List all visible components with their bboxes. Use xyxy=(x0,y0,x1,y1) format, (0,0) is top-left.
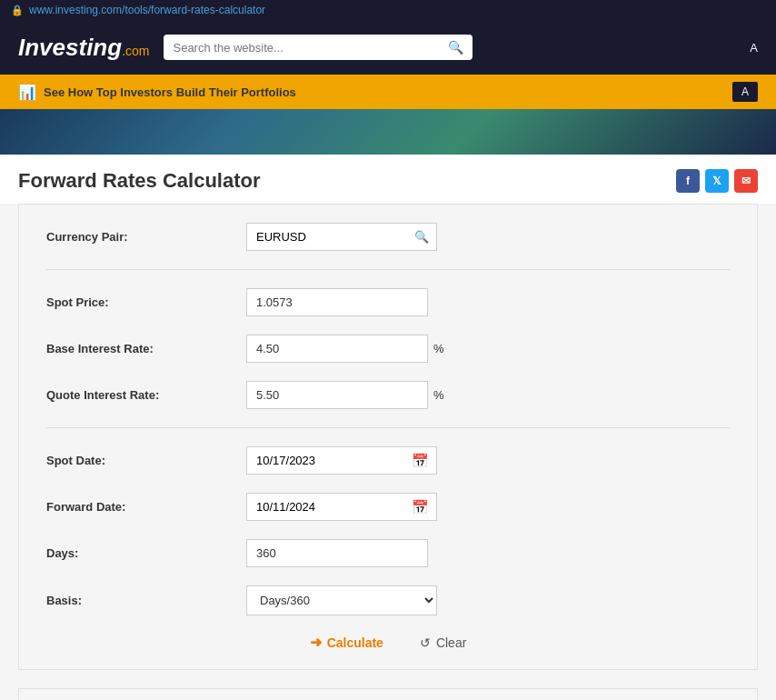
main-content: Forward Rates Calculator f 𝕏 ✉ Currency … xyxy=(0,155,776,700)
quote-interest-rate-row: Quote Interest Rate: % xyxy=(46,381,730,409)
spot-date-calendar-button[interactable]: 📅 xyxy=(404,448,436,474)
logo[interactable]: Investing.com xyxy=(18,34,149,62)
refresh-icon: ↺ xyxy=(420,635,431,650)
url-prefix: www. xyxy=(29,4,55,16)
currency-input-wrapper[interactable]: 🔍 xyxy=(246,223,437,251)
page-title: Forward Rates Calculator xyxy=(18,169,261,193)
forward-date-label: Forward Date: xyxy=(46,500,246,514)
spot-date-control: 📅 xyxy=(246,446,730,475)
clear-button[interactable]: ↺ Clear xyxy=(420,635,466,650)
basis-control: Days/360 Days/365 30/360 xyxy=(246,585,730,615)
base-interest-rate-control: % xyxy=(246,335,730,363)
url-path: /tools/forward-rates-calculator xyxy=(122,4,265,16)
spot-date-input[interactable] xyxy=(247,447,404,474)
email-share-button[interactable]: ✉ xyxy=(734,169,758,193)
base-interest-rate-label: Base Interest Rate: xyxy=(46,342,246,355)
base-percent-label: % xyxy=(433,342,444,355)
days-control xyxy=(246,539,730,567)
logo-italic: Investing xyxy=(18,34,122,61)
days-input[interactable] xyxy=(246,539,428,567)
forward-date-calendar-button[interactable]: 📅 xyxy=(404,495,436,520)
calculate-button[interactable]: ➜ Calculate xyxy=(310,634,383,651)
page-header: Forward Rates Calculator f 𝕏 ✉ xyxy=(0,155,776,204)
logo-text: Investing.com xyxy=(18,34,149,62)
clear-label: Clear xyxy=(436,635,466,650)
spot-price-control xyxy=(246,288,730,316)
browser-url-bar: 🔒 www.investing.com/tools/forward-rates-… xyxy=(0,0,776,20)
currency-pair-label: Currency Pair: xyxy=(46,230,246,244)
currency-pair-input[interactable] xyxy=(247,224,407,250)
chart-icon: 📊 xyxy=(18,84,36,101)
quote-percent-label: % xyxy=(433,388,444,402)
quote-interest-rate-input[interactable] xyxy=(246,381,428,409)
site-header: Investing.com 🔍 A xyxy=(0,20,776,75)
calculate-label: Calculate xyxy=(327,635,383,650)
spot-date-wrapper[interactable]: 📅 xyxy=(246,446,437,475)
banner-text: See How Top Investors Build Their Portfo… xyxy=(44,85,296,99)
basis-row: Basis: Days/360 Days/365 30/360 xyxy=(46,585,730,615)
forward-date-wrapper[interactable]: 📅 xyxy=(246,493,437,521)
banner-button[interactable]: A xyxy=(732,82,758,102)
spot-price-row: Spot Price: xyxy=(46,288,730,316)
twitter-share-button[interactable]: 𝕏 xyxy=(705,169,729,193)
hero-image xyxy=(0,109,776,155)
quote-interest-rate-label: Quote Interest Rate: xyxy=(46,388,246,402)
base-interest-rate-row: Base Interest Rate: % xyxy=(46,335,730,363)
spot-date-label: Spot Date: xyxy=(46,454,246,467)
spot-date-row: Spot Date: 📅 xyxy=(46,446,730,475)
results-row: Forward Rate: Forward Points: Pips: xyxy=(18,688,758,700)
forward-date-control: 📅 xyxy=(246,493,730,521)
currency-pair-control: 🔍 xyxy=(246,223,730,251)
promo-banner: 📊 See How Top Investors Build Their Port… xyxy=(0,75,776,109)
currency-pair-row: Currency Pair: 🔍 xyxy=(46,223,730,251)
basis-select[interactable]: Days/360 Days/365 30/360 xyxy=(246,585,437,615)
logo-dotcom: .com xyxy=(122,44,149,58)
search-box[interactable]: 🔍 xyxy=(164,35,473,60)
url-domain: investing.com xyxy=(55,4,122,16)
basis-label: Basis: xyxy=(46,594,246,607)
social-icons: f 𝕏 ✉ xyxy=(676,169,758,193)
search-icon: 🔍 xyxy=(448,40,463,55)
arrow-icon: ➜ xyxy=(310,634,322,651)
days-label: Days: xyxy=(46,546,246,560)
forward-date-input[interactable] xyxy=(247,494,404,520)
spot-price-label: Spot Price: xyxy=(46,295,246,309)
spot-price-input[interactable] xyxy=(246,288,428,316)
divider-1 xyxy=(46,269,730,270)
base-interest-rate-input[interactable] xyxy=(246,335,428,363)
lock-icon: 🔒 xyxy=(11,5,24,16)
header-right-button[interactable]: A xyxy=(750,41,758,55)
forward-date-row: Forward Date: 📅 xyxy=(46,493,730,521)
divider-2 xyxy=(46,427,730,428)
facebook-share-button[interactable]: f xyxy=(676,169,700,193)
currency-search-button[interactable]: 🔍 xyxy=(407,225,436,249)
action-row: ➜ Calculate ↺ Clear xyxy=(46,634,730,651)
banner-content: 📊 See How Top Investors Build Their Port… xyxy=(18,84,296,101)
days-row: Days: xyxy=(46,539,730,567)
quote-interest-rate-control: % xyxy=(246,381,730,409)
calculator-form: Currency Pair: 🔍 Spot Price: Base Intere… xyxy=(18,204,758,670)
search-input[interactable] xyxy=(173,41,441,55)
url-text: www.investing.com/tools/forward-rates-ca… xyxy=(29,4,265,16)
